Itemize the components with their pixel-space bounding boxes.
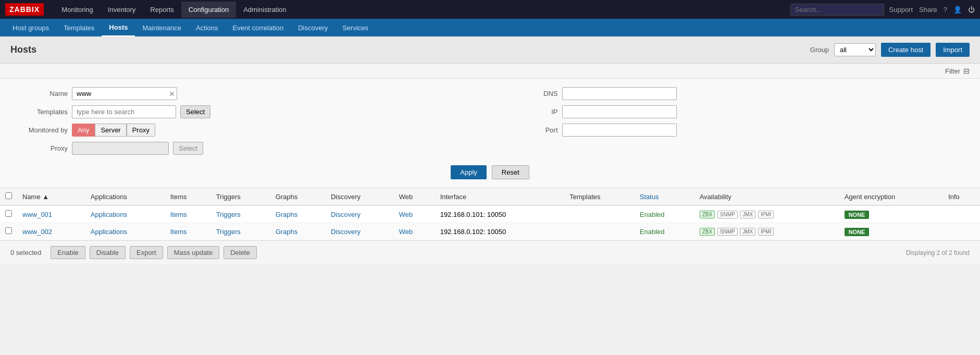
displaying-text: Displaying 2 of 2 found xyxy=(906,249,970,256)
monitored-any-button[interactable]: Any xyxy=(72,124,95,137)
row1-checkbox[interactable] xyxy=(5,210,12,217)
port-filter-label: Port xyxy=(511,126,558,134)
group-select[interactable]: all xyxy=(834,43,876,56)
create-host-button[interactable]: Create host xyxy=(881,43,931,57)
nav-administration[interactable]: Administration xyxy=(236,2,293,18)
row2-checkbox[interactable] xyxy=(5,227,12,234)
proxy-select-button[interactable]: Select xyxy=(173,142,203,155)
subnav-actions[interactable]: Actions xyxy=(189,20,226,36)
templates-filter-input[interactable] xyxy=(72,105,176,118)
row1-triggers[interactable]: Triggers xyxy=(216,211,241,218)
row1-items[interactable]: Items xyxy=(170,211,187,218)
monitored-proxy-button[interactable]: Proxy xyxy=(127,124,155,137)
dns-filter-label: DNS xyxy=(511,90,558,97)
bottom-left: 0 selected Enable Disable Export Mass up… xyxy=(10,246,257,259)
row2-info xyxy=(943,223,980,240)
logout-icon[interactable]: ⏻ xyxy=(968,6,975,14)
row2-web[interactable]: Web xyxy=(399,228,413,236)
name-clear-button[interactable]: ✕ xyxy=(169,90,175,98)
subnav-event-correlation[interactable]: Event correlation xyxy=(226,20,291,36)
user-icon[interactable]: 👤 xyxy=(953,6,962,14)
row1-discovery[interactable]: Discovery xyxy=(331,211,361,218)
delete-button[interactable]: Delete xyxy=(224,246,257,259)
row1-checkbox-cell[interactable] xyxy=(0,205,17,223)
nav-inventory[interactable]: Inventory xyxy=(101,2,143,18)
subnav-templates[interactable]: Templates xyxy=(56,20,102,36)
subnav-services[interactable]: Services xyxy=(335,20,376,36)
port-filter-input[interactable] xyxy=(562,124,677,137)
subnav-hosts[interactable]: Hosts xyxy=(102,19,135,36)
row2-applications[interactable]: Applications xyxy=(91,228,127,236)
select-all-checkbox[interactable] xyxy=(5,192,12,199)
row1-graphs[interactable]: Graphs xyxy=(276,211,298,218)
row1-status[interactable]: Enabled xyxy=(635,205,694,223)
row2-availability: ZBX SNMP JMX IPMI xyxy=(694,223,839,240)
group-label: Group xyxy=(810,46,829,54)
global-search-input[interactable] xyxy=(790,4,884,16)
subnav-discovery[interactable]: Discovery xyxy=(291,20,335,36)
subnav-hostgroups[interactable]: Host groups xyxy=(5,20,56,36)
row2-triggers[interactable]: Triggers xyxy=(216,228,241,236)
name-filter-input[interactable] xyxy=(72,87,177,100)
nav-reports[interactable]: Reports xyxy=(143,2,181,18)
row2-checkbox-cell[interactable] xyxy=(0,223,17,240)
top-right-links: Support Share ? 👤 ⏻ xyxy=(889,6,975,14)
row1-jmx-badge: JMX xyxy=(740,211,755,218)
row2-templates xyxy=(564,223,634,240)
dns-filter-input[interactable] xyxy=(562,87,677,100)
help-icon[interactable]: ? xyxy=(944,6,947,14)
nav-monitoring[interactable]: Monitoring xyxy=(54,2,101,18)
enable-button[interactable]: Enable xyxy=(51,246,85,259)
row2-zbx-badge: ZBX xyxy=(700,228,715,236)
row2-status[interactable]: Enabled xyxy=(635,223,694,240)
table-row: www_001 Applications Items Triggers Grap… xyxy=(0,205,980,223)
row2-discovery[interactable]: Discovery xyxy=(331,228,361,236)
filter-icon[interactable]: ⊟ xyxy=(963,67,970,75)
row2-graphs[interactable]: Graphs xyxy=(276,228,298,236)
disable-button[interactable]: Disable xyxy=(90,246,126,259)
share-link[interactable]: Share xyxy=(919,6,937,14)
export-button[interactable]: Export xyxy=(130,246,163,259)
row1-web[interactable]: Web xyxy=(399,211,413,218)
templates-filter-label: Templates xyxy=(21,108,68,116)
row2-agent-encryption: NONE xyxy=(839,223,944,240)
th-status[interactable]: Status xyxy=(635,188,694,205)
nav-configuration[interactable]: Configuration xyxy=(181,2,236,18)
app-logo: ZABBIX xyxy=(5,3,44,16)
apply-button[interactable]: Apply xyxy=(451,165,487,179)
row1-agent-encryption: NONE xyxy=(839,205,944,223)
row1-name[interactable]: www_001 xyxy=(22,211,52,218)
subnav-maintenance[interactable]: Maintenance xyxy=(135,20,188,36)
select-all-header[interactable] xyxy=(0,188,17,205)
monitored-server-button[interactable]: Server xyxy=(95,124,126,137)
filter-section: Name ✕ Templates Select xyxy=(0,79,980,188)
import-button[interactable]: Import xyxy=(936,43,970,57)
filter-label: Filter xyxy=(945,67,960,75)
top-right-area: Support Share ? 👤 ⏻ xyxy=(790,4,975,16)
th-availability: Availability xyxy=(694,188,839,205)
selected-count: 0 selected xyxy=(10,249,41,256)
proxy-filter-label: Proxy xyxy=(21,144,68,152)
row1-applications[interactable]: Applications xyxy=(91,211,127,218)
monitored-by-label: Monitored by xyxy=(21,126,68,134)
filter-toggle[interactable]: Filter ⊟ xyxy=(0,64,980,79)
th-discovery: Discovery xyxy=(326,188,394,205)
row1-interface: 192.168.0.101: 10050 xyxy=(435,205,565,223)
row1-availability: ZBX SNMP JMX IPMI xyxy=(694,205,839,223)
reset-button[interactable]: Reset xyxy=(492,165,529,179)
row1-ipmi-badge: IPMI xyxy=(758,211,774,218)
mass-update-button[interactable]: Mass update xyxy=(167,246,219,259)
row2-ipmi-badge: IPMI xyxy=(758,228,774,236)
th-name[interactable]: Name ▲ xyxy=(17,188,85,205)
support-link[interactable]: Support xyxy=(889,6,913,14)
row1-snmp-badge: SNMP xyxy=(717,211,738,218)
name-filter-label: Name xyxy=(21,90,68,97)
th-info: Info xyxy=(943,188,980,205)
th-agent-encryption: Agent encryption xyxy=(839,188,944,205)
page-header-right: Group all Create host Import xyxy=(810,43,970,57)
row2-items[interactable]: Items xyxy=(170,228,187,236)
templates-select-button[interactable]: Select xyxy=(180,105,210,118)
ip-filter-input[interactable] xyxy=(562,105,677,118)
filter-actions: Apply Reset xyxy=(21,165,959,179)
row2-name[interactable]: www_002 xyxy=(22,228,52,236)
